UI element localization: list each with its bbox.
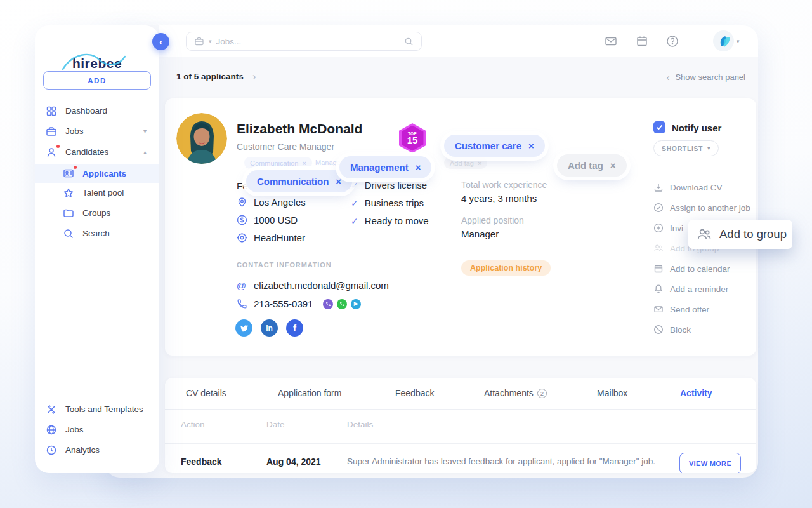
tag-communication-faded[interactable]: Communication × <box>244 157 312 169</box>
sidebar-item-talent-pool[interactable]: Talent pool <box>35 184 159 201</box>
mail-icon[interactable] <box>604 34 618 48</box>
twitter-icon[interactable] <box>235 319 252 337</box>
tag-communication[interactable]: Communication × <box>246 170 352 192</box>
application-history-button[interactable]: Application history <box>461 260 551 276</box>
sidebar-item-groups[interactable]: Groups <box>35 204 159 222</box>
tab-activity[interactable]: Activity <box>680 388 712 398</box>
notify-user-checkbox[interactable] <box>653 121 665 133</box>
briefcase-icon <box>46 126 57 137</box>
help-icon[interactable] <box>665 34 679 48</box>
phone-row[interactable]: 213-555-0391 <box>237 298 361 309</box>
briefcase-icon <box>194 36 204 46</box>
calendar-icon <box>653 264 664 274</box>
action-block[interactable]: Block <box>653 324 691 335</box>
check-circle-icon <box>653 203 664 213</box>
action-add-to-calendar[interactable]: Add to calendar <box>653 264 730 274</box>
block-icon <box>653 324 664 335</box>
chevron-left-icon: ‹ <box>159 36 162 47</box>
tab-mailbox[interactable]: Mailbox <box>597 388 627 398</box>
experience-value: 4 years, 3 months <box>461 193 537 204</box>
applied-label: Applied position <box>461 215 524 225</box>
whatsapp-icon[interactable] <box>337 299 347 309</box>
sidebar: hirebee ADD Dashboard Jobs ▾ <box>35 25 159 473</box>
tab-cv-details[interactable]: CV details <box>186 388 226 398</box>
action-assign-job[interactable]: Assign to another job <box>653 203 750 213</box>
salary-icon <box>237 215 247 225</box>
add-to-group-overlay[interactable]: Add to group <box>688 220 792 249</box>
target-icon <box>237 232 247 243</box>
tag-add-faded[interactable]: Add tag × <box>444 157 487 169</box>
tab-application-form[interactable]: Application form <box>278 388 341 398</box>
col-header-details: Details <box>347 420 373 429</box>
col-header-action: Action <box>181 420 205 429</box>
action-download-cv[interactable]: Download CV <box>653 182 723 192</box>
close-icon[interactable]: × <box>302 159 306 167</box>
next-applicant-button[interactable]: › <box>252 70 256 83</box>
sidebar-item-analytics[interactable]: Analytics <box>35 441 159 458</box>
user-avatar[interactable] <box>713 30 734 51</box>
sidebar-item-applicants[interactable]: Applicants <box>35 164 159 183</box>
salary-row: 1000 USD <box>237 215 298 225</box>
logo[interactable]: hirebee <box>35 56 159 71</box>
tag-add-tag[interactable]: Add tag × <box>557 154 627 177</box>
shortlist-dropdown[interactable]: SHORTLIST ▾ <box>653 140 719 156</box>
contact-heading: CONTACT INFORMATION <box>237 261 332 269</box>
linkedin-icon[interactable]: in <box>261 319 278 337</box>
top15-badge: TOP 15 <box>399 123 426 153</box>
close-icon[interactable]: × <box>610 160 616 171</box>
badge-number: 15 <box>407 136 418 145</box>
view-more-button[interactable]: VIEW MORE <box>679 453 741 473</box>
bell-icon <box>653 284 664 294</box>
action-add-reminder[interactable]: Add a reminder <box>653 284 728 294</box>
action-invite[interactable]: Invi <box>653 223 683 233</box>
sidebar-item-dashboard[interactable]: Dashboard <box>35 102 159 119</box>
search-input[interactable] <box>216 37 400 46</box>
avatar-caret-icon[interactable]: ▾ <box>737 38 740 44</box>
notification-dot <box>74 166 77 169</box>
add-button[interactable]: ADD <box>43 71 151 90</box>
search-icon[interactable] <box>404 37 414 46</box>
sidebar-item-jobs-site[interactable]: Jobs <box>35 421 159 438</box>
check-icon: ✓ <box>351 198 358 208</box>
sidebar-item-jobs[interactable]: Jobs ▾ <box>35 123 159 140</box>
tag-customer-care[interactable]: Customer care × <box>444 135 545 157</box>
location-pin-icon <box>237 197 247 208</box>
star-icon <box>63 187 74 199</box>
email-row[interactable]: @ elizabeth.mcdonald@gmail.com <box>237 280 389 291</box>
source-row: HeadHunter <box>237 232 305 243</box>
brand-mark-icon <box>716 34 731 49</box>
action-send-offer[interactable]: Send offer <box>653 304 709 314</box>
sidebar-item-tools-templates[interactable]: Tools and Templates <box>35 401 159 418</box>
clock-icon <box>46 444 57 456</box>
facebook-icon[interactable]: f <box>286 319 303 337</box>
telegram-icon[interactable] <box>351 299 361 309</box>
check-icon: ✓ <box>351 216 358 226</box>
globe-icon <box>46 424 57 436</box>
sidebar-item-search[interactable]: Search <box>35 225 159 242</box>
close-icon[interactable]: × <box>528 140 534 151</box>
global-search[interactable]: ▾ <box>186 32 422 51</box>
calendar-icon[interactable] <box>635 34 649 48</box>
notification-dot <box>56 145 60 148</box>
applicant-card: Elizabeth McDonald Customer Care Manager… <box>165 98 756 356</box>
applicant-title: Customer Care Manager <box>237 142 334 152</box>
prev-applicant-button[interactable]: ‹ <box>238 70 242 83</box>
tag-management[interactable]: Management × <box>339 156 431 178</box>
id-card-icon <box>63 168 74 179</box>
tab-feedback[interactable]: Feedback <box>395 388 434 398</box>
search-category-caret-icon[interactable]: ▾ <box>209 38 212 44</box>
tab-attachments[interactable]: Attachments 2 <box>484 388 547 398</box>
folder-icon <box>63 208 74 219</box>
viber-icon[interactable] <box>323 299 333 309</box>
close-icon[interactable]: × <box>478 159 481 167</box>
close-icon[interactable]: × <box>336 176 341 187</box>
experience-label: Total work experience <box>461 180 547 190</box>
close-icon[interactable]: × <box>416 162 421 173</box>
show-search-panel-button[interactable]: ‹ Show search panel <box>666 72 745 83</box>
attachments-count-badge: 2 <box>537 389 547 398</box>
sidebar-collapse-button[interactable]: ‹ <box>152 33 169 50</box>
row-date: Aug 04, 2021 <box>266 457 321 467</box>
download-icon <box>653 182 664 192</box>
sidebar-item-candidates[interactable]: Candidates ▴ <box>35 144 159 161</box>
at-icon: @ <box>237 280 247 291</box>
